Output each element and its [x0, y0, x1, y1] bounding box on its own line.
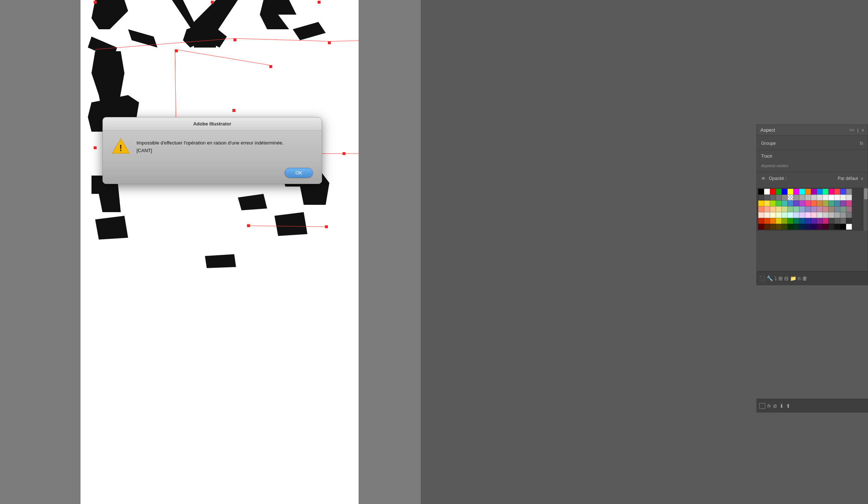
swatch-3-12[interactable] — [828, 212, 834, 218]
swatch-0-1[interactable] — [764, 189, 770, 195]
swatch-scrollbar[interactable] — [863, 188, 868, 231]
swatch-special-9[interactable] — [811, 195, 817, 200]
swatch-2-11[interactable] — [823, 206, 828, 212]
swatch-special-6[interactable] — [793, 195, 799, 200]
swatch-1-4[interactable] — [782, 200, 787, 206]
swatch-4-8[interactable] — [805, 218, 811, 224]
swatch-2-13[interactable] — [834, 206, 840, 212]
swatch-1-2[interactable] — [770, 200, 776, 206]
swatch-5-15[interactable] — [846, 224, 852, 230]
swatch-4-11[interactable] — [823, 218, 828, 224]
swatch-2-6[interactable] — [793, 206, 799, 212]
swatch-0-0[interactable] — [758, 189, 764, 195]
swatch-special-1[interactable] — [764, 195, 770, 200]
swatch-0-10[interactable] — [817, 189, 823, 195]
swatch-5-2[interactable] — [770, 224, 776, 230]
swatch-3-4[interactable] — [782, 212, 787, 218]
swatch-3-0[interactable] — [758, 212, 764, 218]
swatch-2-15[interactable] — [846, 206, 852, 212]
swatch-3-5[interactable] — [787, 212, 793, 218]
swatch-2-14[interactable] — [840, 206, 846, 212]
swatch-4-15[interactable] — [846, 218, 852, 224]
swatch-4-7[interactable] — [799, 218, 805, 224]
swatch-5-0[interactable] — [758, 224, 764, 230]
swatch-special-8[interactable] — [805, 195, 811, 200]
swatch-3-14[interactable] — [840, 212, 846, 218]
swatch-special-12[interactable] — [828, 195, 834, 200]
swatch-2-5[interactable] — [787, 206, 793, 212]
up-icon[interactable]: ⬆ — [786, 403, 790, 409]
swatch-1-6[interactable] — [793, 200, 799, 206]
swatch-special-3[interactable] — [776, 195, 782, 200]
swatch-special-10[interactable] — [817, 195, 823, 200]
swatch-1-8[interactable] — [805, 200, 811, 206]
swatch-1-9[interactable] — [811, 200, 817, 206]
swatch-3-1[interactable] — [764, 212, 770, 218]
folder-icon[interactable]: 📁 — [790, 275, 796, 281]
swatch-0-7[interactable] — [799, 189, 805, 195]
swatch-special-11[interactable] — [823, 195, 828, 200]
swatch-4-6[interactable] — [793, 218, 799, 224]
swatch-special-2[interactable] — [770, 195, 776, 200]
swatch-3-3[interactable] — [776, 212, 782, 218]
swatch-3-9[interactable] — [811, 212, 817, 218]
scrollbar-thumb[interactable] — [864, 188, 868, 199]
no-icon[interactable]: ⊘ — [773, 403, 777, 409]
swatch-1-14[interactable] — [840, 200, 846, 206]
swatch-5-1[interactable] — [764, 224, 770, 230]
swatch-3-2[interactable] — [770, 212, 776, 218]
swatch-4-10[interactable] — [817, 218, 823, 224]
grid-icon[interactable]: ⊞ — [778, 275, 783, 281]
swatch-special-4[interactable] — [782, 195, 787, 200]
swatch-3-6[interactable] — [793, 212, 799, 218]
swatch-5-14[interactable] — [840, 224, 846, 230]
link-icon[interactable]: ⎋ — [798, 275, 801, 281]
swatch-5-13[interactable] — [834, 224, 840, 230]
swatch-1-15[interactable] — [846, 200, 852, 206]
table-icon[interactable]: ⊟ — [784, 275, 789, 281]
swatch-0-14[interactable] — [840, 189, 846, 195]
swatch-special-13[interactable] — [834, 195, 840, 200]
swatch-2-9[interactable] — [811, 206, 817, 212]
swatch-2-7[interactable] — [799, 206, 805, 212]
swatch-4-3[interactable] — [776, 218, 782, 224]
swatch-3-7[interactable] — [799, 212, 805, 218]
swatch-5-12[interactable] — [828, 224, 834, 230]
swatch-1-0[interactable] — [758, 200, 764, 206]
swatch-0-11[interactable] — [823, 189, 828, 195]
new-layer-icon[interactable]: ⬛ — [759, 275, 765, 281]
swatch-1-10[interactable] — [817, 200, 823, 206]
swatch-4-13[interactable] — [834, 218, 840, 224]
swatch-4-5[interactable] — [787, 218, 793, 224]
swatch-2-1[interactable] — [764, 206, 770, 212]
swatch-1-12[interactable] — [828, 200, 834, 206]
swatch-0-9[interactable] — [811, 189, 817, 195]
swatch-special-14[interactable] — [840, 195, 846, 200]
swatch-2-0[interactable] — [758, 206, 764, 212]
swatch-1-11[interactable] — [823, 200, 828, 206]
swatch-0-5[interactable] — [787, 189, 793, 195]
swatch-1-7[interactable] — [799, 200, 805, 206]
swatch-4-2[interactable] — [770, 218, 776, 224]
edit-icon[interactable]: 🔧 — [767, 275, 773, 281]
panel-menu-icon[interactable]: ≡ — [861, 128, 864, 133]
swatch-special-5[interactable] — [787, 195, 793, 200]
swatch-4-12[interactable] — [828, 218, 834, 224]
swatch-0-13[interactable] — [834, 189, 840, 195]
swatch-special-7[interactable] — [799, 195, 805, 200]
swatch-4-14[interactable] — [840, 218, 846, 224]
swatch-5-4[interactable] — [782, 224, 787, 230]
rect-icon[interactable] — [759, 403, 765, 409]
down-icon[interactable]: ⬇ — [779, 403, 784, 409]
swatch-0-6[interactable] — [793, 189, 799, 195]
ok-button[interactable]: OK — [285, 168, 313, 178]
fx-btn[interactable]: fx — [767, 403, 771, 409]
swatch-5-7[interactable] — [799, 224, 805, 230]
swatch-1-1[interactable] — [764, 200, 770, 206]
swatch-3-11[interactable] — [823, 212, 828, 218]
swatch-5-10[interactable] — [817, 224, 823, 230]
swatch-4-1[interactable] — [764, 218, 770, 224]
swatch-special-15[interactable] — [846, 195, 852, 200]
swatch-3-13[interactable] — [834, 212, 840, 218]
swatch-1-5[interactable] — [787, 200, 793, 206]
